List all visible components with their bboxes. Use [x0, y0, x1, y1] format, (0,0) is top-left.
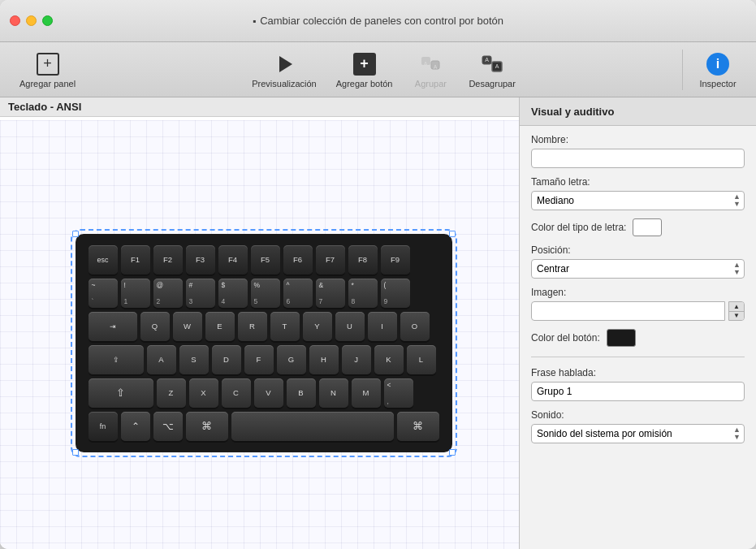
key-n[interactable]: N: [319, 378, 348, 408]
frase-input[interactable]: [531, 382, 745, 401]
nombre-input[interactable]: [531, 149, 745, 168]
preview-label: Previsualización: [252, 79, 316, 89]
key-2[interactable]: @2: [153, 279, 183, 308]
close-button[interactable]: [10, 15, 20, 26]
inspector-body: Nombre: Tamaño letra: Mediano Pequeño Gr…: [520, 126, 756, 452]
add-button-button[interactable]: Agregar botón: [326, 48, 403, 92]
key-t[interactable]: T: [270, 312, 300, 341]
key-tab[interactable]: ⇥: [89, 312, 137, 341]
key-l[interactable]: L: [407, 345, 436, 374]
sonido-select-wrapper: Sonido del sistema por omisión Ninguno ▲…: [531, 424, 745, 443]
selection-handle-bl[interactable]: [72, 449, 79, 456]
key-k[interactable]: K: [374, 345, 404, 374]
key-tilde[interactable]: ~`: [89, 279, 118, 308]
key-f[interactable]: F: [244, 345, 274, 374]
frase-label: Frase hablada:: [531, 367, 745, 378]
sonido-select[interactable]: Sonido del sistema por omisión Ninguno: [531, 424, 745, 443]
key-q[interactable]: Q: [140, 312, 170, 341]
key-f7[interactable]: F7: [316, 245, 345, 274]
key-w[interactable]: W: [173, 312, 202, 341]
imagen-input[interactable]: [531, 301, 725, 321]
nombre-label: Nombre:: [531, 134, 745, 145]
key-caps[interactable]: ⇪: [89, 345, 144, 374]
key-i[interactable]: I: [368, 312, 397, 341]
add-panel-label: Agregar panel: [19, 79, 76, 89]
key-c[interactable]: C: [222, 378, 251, 408]
key-e[interactable]: E: [205, 312, 235, 341]
font-color-swatch[interactable]: [633, 218, 662, 236]
ungroup-button[interactable]: A A Desagrupar: [459, 48, 525, 92]
ungroup-icon: A A: [479, 51, 505, 77]
posicion-select[interactable]: Centrar Izquierda Derecha: [531, 259, 745, 279]
selection-handle-br[interactable]: [449, 449, 456, 456]
key-5[interactable]: %5: [251, 279, 280, 308]
app-window: ▪ Cambiar colección de paneles con contr…: [0, 0, 756, 549]
key-shift-left[interactable]: ⇧: [89, 378, 153, 408]
key-alt[interactable]: ⌥: [153, 412, 183, 441]
key-j[interactable]: J: [342, 345, 371, 374]
key-f3[interactable]: F3: [186, 245, 215, 274]
key-f6[interactable]: F6: [283, 245, 313, 274]
button-color-swatch[interactable]: [607, 329, 636, 347]
inspector-button[interactable]: i Inspector: [689, 48, 746, 92]
key-ctrl[interactable]: ⌃: [121, 412, 150, 441]
key-g[interactable]: G: [277, 345, 306, 374]
key-h[interactable]: H: [309, 345, 339, 374]
imagen-label: Imagen:: [531, 287, 745, 298]
key-3[interactable]: #3: [186, 279, 215, 308]
tamano-select[interactable]: Mediano Pequeño Grande: [531, 191, 745, 210]
key-z[interactable]: Z: [157, 378, 186, 408]
key-y[interactable]: Y: [303, 312, 332, 341]
imagen-stepper-down[interactable]: ▼: [729, 312, 744, 321]
title-doc-icon: ▪: [253, 15, 256, 27]
key-o[interactable]: O: [400, 312, 430, 341]
key-cmd-right[interactable]: ⌘: [397, 412, 439, 441]
key-space[interactable]: [231, 412, 394, 441]
key-comma[interactable]: <,: [384, 378, 413, 408]
key-fn[interactable]: fn: [89, 412, 118, 441]
imagen-stepper-up[interactable]: ▲: [729, 302, 744, 311]
key-9[interactable]: (9: [381, 279, 410, 308]
preview-button[interactable]: Previsualización: [242, 48, 326, 92]
key-b[interactable]: B: [287, 378, 316, 408]
inspector-label: Inspector: [699, 79, 736, 89]
key-r[interactable]: R: [238, 312, 267, 341]
key-f4[interactable]: F4: [218, 245, 248, 274]
key-4[interactable]: $4: [218, 279, 248, 308]
key-v[interactable]: V: [254, 378, 283, 408]
keyboard-row-1: esc F1 F2 F3 F4 F5 F6 F7 F8 F9: [89, 245, 439, 274]
key-f1[interactable]: F1: [121, 245, 150, 274]
imagen-input-row: ▲ ▼: [531, 301, 745, 321]
key-a[interactable]: A: [147, 345, 176, 374]
key-u[interactable]: U: [335, 312, 365, 341]
key-esc[interactable]: esc: [89, 245, 118, 274]
group-button[interactable]: A A Agrupar: [402, 48, 459, 92]
key-x[interactable]: X: [189, 378, 218, 408]
key-f8[interactable]: F8: [348, 245, 378, 274]
key-m[interactable]: M: [352, 378, 381, 408]
color-tipo-row: Color del tipo de letra:: [531, 218, 745, 236]
selection-handle-tr[interactable]: [449, 231, 456, 237]
key-8[interactable]: *8: [348, 279, 378, 308]
keyboard-row-4: ⇪ A S D F G H J K L: [89, 345, 439, 374]
key-cmd-left[interactable]: ⌘: [186, 412, 228, 441]
posicion-select-wrapper: Centrar Izquierda Derecha ▲▼: [531, 259, 745, 279]
key-f2[interactable]: F2: [153, 245, 183, 274]
canvas-grid: esc F1 F2 F3 F4 F5 F6 F7 F8 F9: [0, 120, 519, 549]
key-f9[interactable]: F9: [381, 245, 410, 274]
maximize-button[interactable]: [42, 15, 53, 26]
minimize-button[interactable]: [26, 15, 37, 26]
key-1[interactable]: !1: [121, 279, 150, 308]
key-f5[interactable]: F5: [251, 245, 280, 274]
svg-text:A: A: [485, 56, 489, 62]
sonido-label: Sonido:: [531, 409, 745, 421]
selection-handle-tl[interactable]: [72, 231, 79, 237]
keyboard-row-6: fn ⌃ ⌥ ⌘ ⌘: [89, 412, 439, 441]
key-s[interactable]: S: [179, 345, 209, 374]
key-6[interactable]: ^6: [283, 279, 313, 308]
key-d[interactable]: D: [212, 345, 241, 374]
add-panel-button[interactable]: + Agregar panel: [10, 48, 85, 92]
key-7[interactable]: &7: [316, 279, 345, 308]
color-boton-group: Color del botón:: [531, 329, 745, 347]
tamano-select-wrapper: Mediano Pequeño Grande ▲▼: [531, 191, 745, 210]
